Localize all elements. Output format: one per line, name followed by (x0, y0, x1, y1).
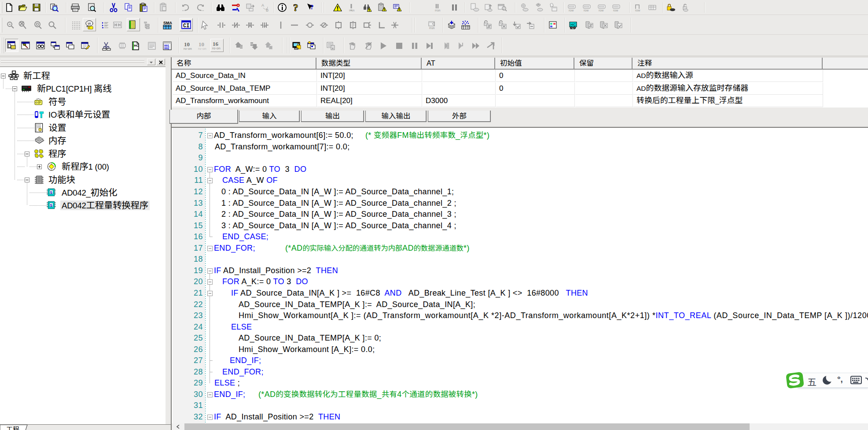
svg-text:rron: rron (570, 27, 575, 30)
svg-text:rron: rron (349, 9, 355, 12)
svg-text:HC: HC (134, 44, 139, 48)
svg-text:row: row (599, 9, 604, 12)
svg-text:ro·on: ro·on (212, 46, 221, 50)
svg-text:?: ? (293, 3, 298, 12)
svg-text:rron: rron (435, 9, 441, 12)
svg-text:ro·on: ro·on (198, 47, 206, 51)
svg-text:row: row (584, 9, 589, 12)
svg-text:A: A (261, 3, 264, 7)
svg-text:rron: rron (429, 26, 435, 30)
svg-text:row: row (569, 9, 574, 12)
svg-text:002: 002 (164, 47, 169, 50)
svg-text:row: row (613, 9, 618, 12)
svg-text:HC: HC (570, 22, 576, 27)
svg-text:ro·on: ro·on (184, 47, 192, 51)
svg-text:5: 5 (50, 203, 52, 208)
svg-text:SMA: SMA (163, 21, 172, 25)
svg-text:?: ? (310, 4, 314, 11)
svg-text:B: B (266, 8, 268, 12)
svg-text:W: W (88, 22, 91, 26)
svg-text:row: row (635, 9, 640, 12)
svg-text:5: 5 (50, 190, 52, 195)
